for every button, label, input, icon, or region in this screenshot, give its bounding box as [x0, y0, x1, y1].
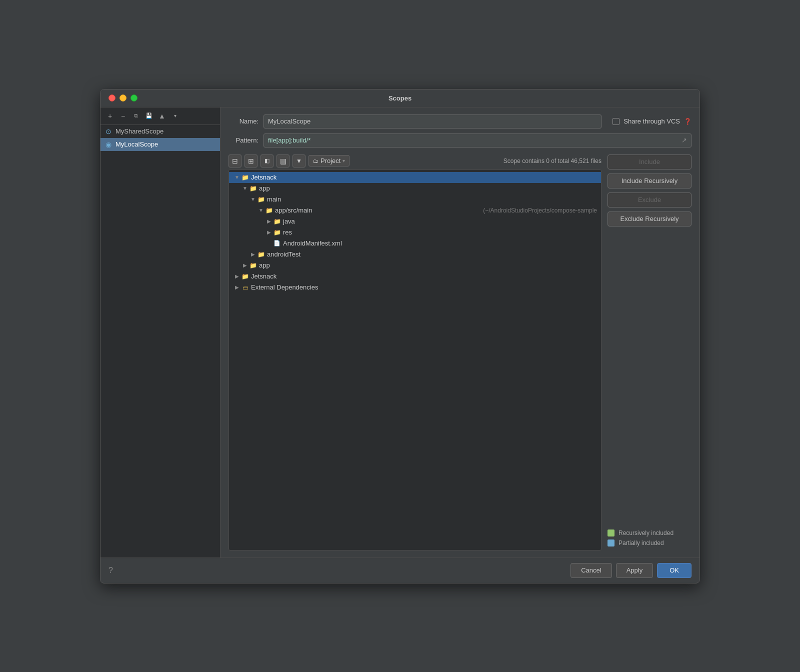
tree-label-manifest: AndroidManifest.xml: [283, 240, 597, 247]
pattern-row: Pattern: ↗: [228, 134, 692, 148]
toggle-main[interactable]: ▼: [249, 196, 257, 204]
filter-button[interactable]: ▼: [292, 154, 306, 168]
tree-column: ⊟ ⊞ ◧ ▤ ▼ 🗂 Project ▾ Scope contains 0 o…: [228, 152, 602, 550]
window-controls: [108, 94, 138, 102]
scope-toolbar: ⊟ ⊞ ◧ ▤ ▼ 🗂 Project ▾ Scope contains 0 o…: [228, 152, 602, 170]
project-dropdown[interactable]: 🗂 Project ▾: [308, 155, 350, 166]
apply-button[interactable]: Apply: [616, 563, 654, 578]
toggle-java[interactable]: ▶: [265, 218, 273, 226]
name-row: Name: Share through VCS ❓: [228, 114, 692, 128]
legend-color-recursive: [608, 530, 614, 536]
legend-item-recursively: Recursively included: [608, 530, 692, 536]
legend-color-partial: [608, 540, 614, 546]
scope-info: Scope contains 0 of total 46,521 files: [504, 158, 602, 164]
toggle-app1[interactable]: ▼: [241, 184, 249, 192]
tree-label-jetsnack2: Jetsnack: [251, 272, 597, 280]
manifest-icon: 📄: [273, 240, 281, 248]
tree-subtext-app-src-main: (~/AndroidStudioProjects/compose-sample: [483, 207, 597, 214]
ok-button[interactable]: OK: [657, 563, 692, 578]
legend-item-partial: Partially included: [608, 540, 692, 546]
expand-selected-button[interactable]: ⊞: [244, 154, 258, 168]
mark-scope-button[interactable]: ◧: [260, 154, 274, 168]
right-action-panel: Include Include Recursively Exclude Excl…: [602, 152, 692, 550]
tree-label-res: res: [283, 228, 597, 236]
toggle-res[interactable]: ▶: [265, 228, 273, 236]
tree-item-manifest[interactable]: ▶ 📄 AndroidManifest.xml: [229, 238, 601, 249]
sidebar-item-shared-label: MySharedScope: [116, 128, 164, 135]
toggle-external-deps[interactable]: ▶: [233, 284, 241, 292]
dialog-title: Scopes: [388, 94, 412, 102]
tree-item-androidtest[interactable]: ▶ 📁 androidTest: [229, 249, 601, 260]
pattern-input[interactable]: [264, 134, 692, 148]
title-bar: Scopes: [100, 90, 700, 108]
toggle-jetsnack1[interactable]: ▼: [233, 174, 241, 182]
tree-item-app-src-main[interactable]: ▼ 📁 app/src/main (~/AndroidStudioProject…: [229, 205, 601, 216]
name-input[interactable]: [264, 114, 602, 128]
file-tree[interactable]: ▼ 📁 Jetsnack ▼ 📁 app ▼: [228, 170, 602, 550]
toggle-app2[interactable]: ▶: [241, 262, 249, 270]
exclude-recursively-button[interactable]: Exclude Recursively: [608, 212, 692, 226]
close-button[interactable]: [108, 94, 116, 102]
copy-scope-button[interactable]: ⧉: [130, 110, 142, 122]
tree-item-main[interactable]: ▼ 📁 main: [229, 194, 601, 205]
tree-label-app2: app: [259, 262, 597, 269]
add-scope-button[interactable]: +: [104, 110, 116, 122]
sidebar-item-shared[interactable]: ⊙ MySharedScope: [100, 125, 220, 138]
help-icon[interactable]: ?: [108, 566, 113, 575]
folder-icon-app2: 📁: [249, 262, 257, 270]
move-up-button[interactable]: ▲: [156, 110, 168, 122]
folder-icon-jetsnack2: 📁: [241, 272, 249, 280]
flatten-button[interactable]: ▤: [276, 154, 290, 168]
vcs-label: Share through VCS: [624, 118, 680, 125]
tree-item-app1[interactable]: ▼ 📁 app: [229, 183, 601, 194]
pattern-label: Pattern:: [228, 136, 258, 144]
local-scope-icon: ◉: [106, 140, 112, 148]
project-dropdown-label: Project: [320, 157, 340, 164]
tree-label-app1: app: [259, 184, 597, 192]
toggle-jetsnack2[interactable]: ▶: [233, 272, 241, 280]
tree-item-jetsnack2[interactable]: ▶ 📁 Jetsnack: [229, 271, 601, 282]
tree-item-jetsnack1[interactable]: ▼ 📁 Jetsnack: [229, 172, 601, 183]
folder-icon-app1: 📁: [249, 184, 257, 192]
folder-icon-res: 📁: [273, 228, 281, 236]
include-recursively-button[interactable]: Include Recursively: [608, 174, 692, 188]
vcs-help-icon[interactable]: ❓: [684, 118, 692, 125]
include-button[interactable]: Include: [608, 154, 692, 170]
remove-scope-button[interactable]: −: [118, 110, 128, 122]
vcs-checkbox[interactable]: [612, 118, 620, 125]
toggle-app-src-main[interactable]: ▼: [257, 206, 265, 214]
dialog-footer: ? Cancel Apply OK: [100, 558, 700, 583]
shared-scope-icon: ⊙: [106, 128, 112, 136]
pattern-expand-button[interactable]: ↗: [678, 135, 690, 146]
tree-item-external-deps[interactable]: ▶ 🗃 External Dependencies: [229, 282, 601, 293]
tree-label-java: java: [283, 218, 597, 225]
legend-label-partial: Partially included: [618, 540, 664, 546]
legend: Recursively included Partially included: [608, 530, 692, 550]
dialog-body: + − ⧉ 💾 ▲ ▾ ⊙ MySharedScope ◉ MyLocalSco…: [100, 108, 700, 558]
tree-label-androidtest: androidTest: [267, 250, 597, 258]
scopes-dialog: Scopes + − ⧉ 💾 ▲ ▾ ⊙ MySharedScope ◉ MyL…: [100, 89, 700, 584]
save-scope-button[interactable]: 💾: [144, 110, 154, 122]
toggle-androidtest[interactable]: ▶: [249, 250, 257, 258]
exclude-button[interactable]: Exclude: [608, 192, 692, 208]
sidebar-item-local[interactable]: ◉ MyLocalScope: [100, 138, 220, 151]
folder-icon-external-deps: 🗃: [241, 284, 249, 292]
legend-label-recursive: Recursively included: [618, 530, 674, 536]
cancel-button[interactable]: Cancel: [570, 563, 612, 578]
tree-label-main: main: [267, 196, 597, 203]
content-area: Name: Share through VCS ❓ Pattern: ↗: [220, 108, 700, 558]
sidebar: + − ⧉ 💾 ▲ ▾ ⊙ MySharedScope ◉ MyLocalSco…: [100, 108, 220, 558]
move-down-button[interactable]: ▾: [170, 110, 180, 122]
maximize-button[interactable]: [130, 94, 138, 102]
tree-item-res[interactable]: ▶ 📁 res: [229, 227, 601, 238]
tree-item-java[interactable]: ▶ 📁 java: [229, 216, 601, 227]
tree-label-jetsnack1: Jetsnack: [251, 174, 597, 181]
folder-icon-java: 📁: [273, 218, 281, 226]
name-label: Name:: [228, 118, 258, 125]
tree-item-app2[interactable]: ▶ 📁 app: [229, 260, 601, 271]
tree-label-external-deps: External Dependencies: [251, 284, 597, 291]
collapse-all-button[interactable]: ⊟: [228, 154, 242, 168]
sidebar-toolbar: + − ⧉ 💾 ▲ ▾: [100, 108, 220, 125]
sidebar-item-local-label: MyLocalScope: [116, 140, 158, 148]
minimize-button[interactable]: [120, 94, 126, 102]
